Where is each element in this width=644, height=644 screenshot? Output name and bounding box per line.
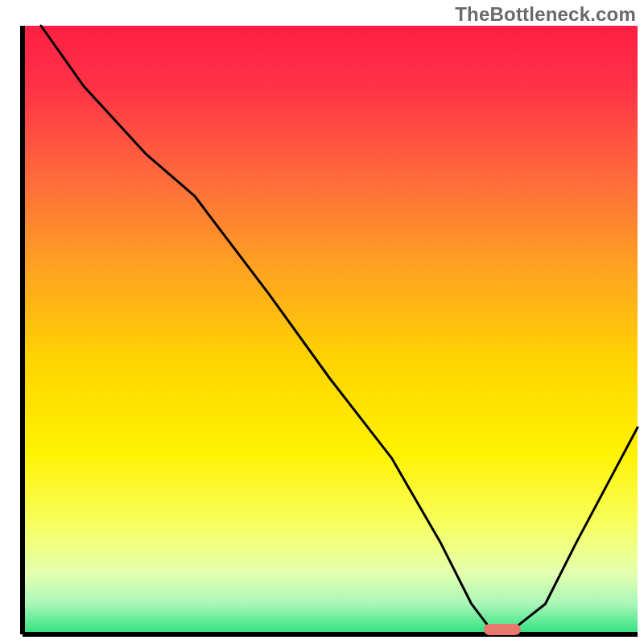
- chart-container: TheBottleneck.com: [0, 0, 644, 644]
- bottleneck-chart: [0, 0, 644, 644]
- plot-area: [23, 26, 638, 635]
- watermark-text: TheBottleneck.com: [455, 3, 636, 26]
- optimal-marker: [484, 624, 521, 635]
- gradient-background: [23, 26, 638, 634]
